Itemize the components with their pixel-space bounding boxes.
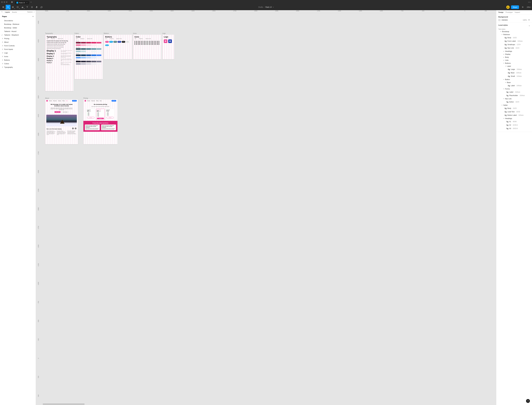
style-group[interactable]: ▸Lists xyxy=(498,59,530,62)
artboard-buttons[interactable]: Buttons InterShepherdTailwind CSS Button… xyxy=(104,35,132,59)
artboard-icons[interactable]: Icons InterShepherdTailwind CSS xyxy=(133,35,161,59)
background-section: Background E5E5E5 100% xyxy=(496,14,532,23)
style-group[interactable]: ▾Nav Link xyxy=(498,97,530,100)
canvas[interactable]: Typography Typography InterShepherdTailw… xyxy=(39,13,496,405)
text-style[interactable]: AgForm Label· 16/Auto xyxy=(498,40,530,43)
layer-item[interactable]: #Form Controls xyxy=(0,44,36,47)
home-tab[interactable] xyxy=(10,0,14,4)
layer-item[interactable]: #Icons xyxy=(0,55,36,58)
text-style[interactable]: AgBody· 16/25 xyxy=(498,107,530,110)
toolbar: ▾ ▾ ▾ ▾ ▾ T Drafts / Rails UI ▾ A Share … xyxy=(0,4,532,10)
text-style[interactable]: AgLarge· 18/Auto xyxy=(498,68,530,71)
page-item[interactable]: Bootstrap - Setter xyxy=(0,26,36,30)
text-style[interactable]: AgLabel· 16/Auto xyxy=(498,90,530,94)
color-opacity[interactable]: 100% xyxy=(523,19,527,21)
page-item[interactable]: Bootstrap - Retriever xyxy=(0,22,36,26)
add-page-button[interactable]: + xyxy=(32,15,34,18)
tab-title: Rails UI xyxy=(19,2,25,4)
share-button[interactable]: Share xyxy=(511,5,519,9)
text-tool[interactable]: T xyxy=(25,5,30,10)
horizontal-scrollbar[interactable] xyxy=(43,404,85,405)
artboard-colors[interactable]: Color InterShepherdTailwind CSS Primary … xyxy=(74,35,103,79)
layer-item[interactable]: #Colors xyxy=(0,62,36,65)
artboard-typography[interactable]: Typography InterShepherdTailwind CSS A q… xyxy=(45,35,74,91)
layer-item[interactable]: #Typography xyxy=(0,65,36,69)
frame-label[interactable]: Typography xyxy=(45,33,53,34)
resources-tool[interactable] xyxy=(30,5,34,10)
style-group[interactable]: ▾Base xyxy=(498,81,530,84)
pen-tool[interactable]: ▾ xyxy=(20,5,25,10)
main-menu[interactable]: ▾ xyxy=(1,5,6,10)
present-button[interactable] xyxy=(520,5,525,10)
style-group[interactable]: ▾Retriever xyxy=(498,33,530,36)
help-button[interactable]: ? xyxy=(526,399,530,403)
text-style[interactable]: AgBase· 16/Auto xyxy=(498,71,530,74)
text-style[interactable]: AgBody· 16/25 xyxy=(498,36,530,40)
text-style[interactable]: AgSmall· 14/Auto xyxy=(498,74,530,78)
zoom-control[interactable]: 23%▾ xyxy=(527,6,531,8)
text-style[interactable]: AgActive· 16/24 xyxy=(498,100,530,104)
comment-tool[interactable] xyxy=(39,5,44,10)
style-group[interactable]: ▾Button xyxy=(498,78,530,81)
visibility-icon[interactable] xyxy=(528,19,530,21)
text-style[interactable]: Agh1· 40/48 xyxy=(498,120,530,123)
icons-grid xyxy=(133,40,161,46)
text-style[interactable]: AgPlaceholder· 16/Auto xyxy=(498,94,530,97)
text-style[interactable]: Agh2· 32/38.4 xyxy=(498,123,530,127)
add-style-button[interactable]: + xyxy=(529,25,530,27)
style-group[interactable]: ▾Headings xyxy=(498,117,530,120)
artboard-pricing[interactable]: FeaturesResourcesPricingAbout Start tria… xyxy=(83,100,117,144)
layer-item[interactable]: #Buttons xyxy=(0,58,36,62)
color-hex[interactable]: E5E5E5 xyxy=(502,19,522,21)
frame-tool[interactable]: ▾ xyxy=(10,5,15,10)
move-tool[interactable]: ▾ xyxy=(6,5,10,10)
page-item[interactable]: Decorations xyxy=(0,19,36,22)
new-tab-button[interactable]: + xyxy=(30,1,32,3)
text-style[interactable]: AgNav Link· 16/24 xyxy=(498,46,530,50)
artboard-about[interactable]: FeaturesResourcesCompanyPricingAbout Sta… xyxy=(45,100,78,144)
pages-header: Pages + xyxy=(0,14,36,19)
style-group[interactable]: ▸Display xyxy=(498,53,530,56)
tab-assets[interactable]: Assets xyxy=(12,11,17,13)
right-panel: Design Prototype Inspect Background E5E5… xyxy=(496,10,532,405)
layer-item[interactable]: #Logo xyxy=(0,51,36,55)
more-menu[interactable]: ••• xyxy=(528,1,531,3)
layer-item[interactable]: #About xyxy=(0,40,36,44)
chevron-down-icon: ▾ xyxy=(273,7,274,8)
hand-tool[interactable] xyxy=(34,5,39,10)
page-item[interactable]: Tailwind - Hound xyxy=(0,30,36,33)
color-swatch[interactable] xyxy=(498,19,500,21)
text-style[interactable]: AgLead Text· 20/30 xyxy=(498,110,530,114)
svg-point-6 xyxy=(529,20,529,20)
breadcrumb[interactable]: Drafts / Rails UI ▾ xyxy=(258,6,274,8)
layer-item[interactable]: #Form Inputs xyxy=(0,47,36,51)
svg-point-5 xyxy=(1,11,2,12)
shape-tool[interactable]: ▾ xyxy=(15,5,20,10)
text-style[interactable]: AgSmallcaps· 12/24 xyxy=(498,43,530,46)
artboard-logo[interactable]: Logo ⌘ ⌘ xyxy=(162,35,174,59)
tab-inspect[interactable]: Inspect xyxy=(515,11,520,13)
avatar[interactable]: A xyxy=(506,6,510,9)
style-group[interactable]: ▸Body xyxy=(498,56,530,59)
text-style[interactable]: Agh3· 28/33.6 xyxy=(498,127,530,130)
canvas-area[interactable]: -5000-4750-4500-4250-4000-3750-3500-3250… xyxy=(36,10,496,405)
text-style[interactable]: AgLabel· 14/Auto xyxy=(498,84,530,87)
tab-design[interactable]: Design xyxy=(498,11,504,13)
window-controls[interactable] xyxy=(1,1,7,3)
tab-prototype[interactable]: Prototype xyxy=(505,11,512,13)
layer-item[interactable]: #Pricing xyxy=(0,37,36,40)
style-group[interactable]: ▾Buttons xyxy=(498,62,530,65)
style-group[interactable]: ▾Setter xyxy=(498,104,530,107)
tab-layers[interactable]: Layers xyxy=(5,11,10,13)
text-style[interactable]: AgButton Label· 16/Auto xyxy=(498,114,530,117)
horizontal-ruler: -5000-4750-4500-4250-4000-3750-3500-3250… xyxy=(36,10,496,13)
style-group[interactable]: ▸Headings xyxy=(498,50,530,53)
style-group[interactable]: ▾Bootstrap xyxy=(498,30,530,33)
style-group[interactable]: ▾Forms xyxy=(498,87,530,90)
style-group[interactable]: ▾Label xyxy=(498,65,530,68)
file-tab[interactable]: Rails UI × xyxy=(15,1,29,4)
search-icon[interactable] xyxy=(1,11,3,13)
close-icon[interactable]: × xyxy=(27,2,28,4)
page-selector[interactable]: Tailwind... ▾ xyxy=(27,11,35,13)
page-item[interactable]: ✓Tailwind - Shepherd xyxy=(0,33,36,37)
